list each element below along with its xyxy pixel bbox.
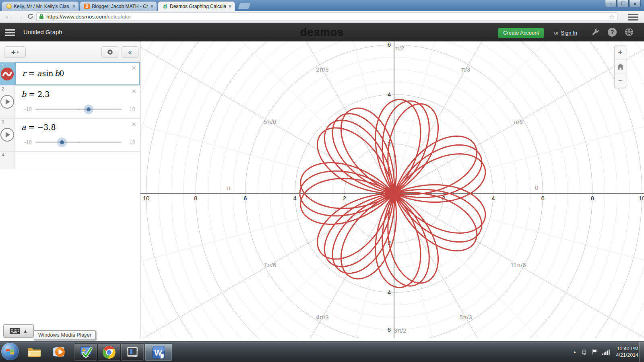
tray-expand-icon[interactable]: ▲ xyxy=(573,350,576,354)
home-icon xyxy=(617,64,624,70)
tab-blogger[interactable]: B Blogger: Jacob MATH - Cr × xyxy=(80,1,157,11)
polar-angle-label: 5π/3 xyxy=(459,314,472,321)
slider-handle[interactable] xyxy=(57,138,67,147)
action-center-flag-icon[interactable] xyxy=(592,349,598,355)
expression-input[interactable]: a = −3.8 × -10 10 xyxy=(15,119,140,151)
show-keyboard-button[interactable]: ▲ xyxy=(3,324,34,337)
play-slider-button[interactable] xyxy=(0,95,14,109)
taskbar-display-app-button[interactable] xyxy=(121,343,144,361)
expression-toolbar: + ▾ « xyxy=(0,41,140,62)
polar-angle-label: 2π/3 xyxy=(316,66,328,73)
wrench-icon xyxy=(591,28,600,37)
tab-close-icon[interactable]: × xyxy=(228,4,232,9)
sign-in-link[interactable]: Sign In xyxy=(561,30,577,36)
tab-kelly[interactable]: Kelly, Mr / Mr. Kelly's Clas × xyxy=(2,1,79,11)
new-tab-button[interactable] xyxy=(238,3,251,9)
expression-row-4[interactable]: 4 xyxy=(0,152,140,169)
slider-min-label[interactable]: -10 xyxy=(19,139,32,145)
polar-gridline-ray xyxy=(394,193,610,338)
window-controls: – × xyxy=(605,0,641,7)
bookmark-star-icon[interactable]: ☆ xyxy=(609,14,615,20)
expression-input[interactable]: b = 2.3 × -10 10 xyxy=(15,86,140,118)
axis-tick-label: 6 xyxy=(541,195,544,202)
polar-angle-label: 11π/6 xyxy=(510,261,526,268)
media-player-icon xyxy=(52,345,67,359)
tab-close-icon[interactable]: × xyxy=(72,4,76,9)
polar-graph[interactable]: 2244668810102244660π/6π/3π/22π/35π/6π7π/… xyxy=(140,41,644,338)
minimize-button[interactable]: – xyxy=(605,0,617,7)
axis-tick-label: 8 xyxy=(591,195,594,202)
globe-icon xyxy=(625,28,634,37)
axis-tick-label: 2 xyxy=(343,195,346,202)
axis-tick-label: 4 xyxy=(388,91,391,98)
start-button[interactable] xyxy=(1,343,19,360)
tab-title: Desmos Graphing Calcula xyxy=(170,4,226,9)
zoom-home-button[interactable] xyxy=(615,59,626,73)
taskbar-chrome-button[interactable] xyxy=(97,343,121,361)
slider-zero-mark xyxy=(78,142,79,143)
show-desktop-button[interactable] xyxy=(639,341,644,362)
graph-settings-button[interactable] xyxy=(101,46,118,58)
slider-min-label[interactable]: -10 xyxy=(19,106,32,112)
graph-paper[interactable]: 2244668810102244660π/6π/3π/22π/35π/6π7π/… xyxy=(140,41,644,338)
taskbar-antivirus-button[interactable] xyxy=(74,343,97,361)
network-signal-icon[interactable] xyxy=(602,349,610,355)
row-number: 2 xyxy=(2,86,4,91)
taskbar-explorer-button[interactable] xyxy=(24,343,45,360)
clock-time: 10:40 PM xyxy=(616,346,638,352)
browser-menu-button[interactable] xyxy=(628,14,638,21)
delete-expression-icon[interactable]: × xyxy=(132,87,136,95)
address-bar[interactable]: https://www.desmos.com/calculator ☆ xyxy=(36,12,617,21)
add-expression-button[interactable]: + ▾ xyxy=(4,46,26,58)
expression-input[interactable]: r = asinbθ × xyxy=(15,62,140,85)
expression-panel: + ▾ « 1 r = asinbθ xyxy=(0,41,140,338)
axis-tick-label: 6 xyxy=(388,326,391,333)
collapse-panel-button[interactable]: « xyxy=(122,46,138,58)
polar-angle-label: 4π/3 xyxy=(316,314,328,321)
create-account-button[interactable]: Create Account xyxy=(498,28,544,38)
forward-button[interactable]: → xyxy=(14,12,24,21)
expression-row-3[interactable]: 3 a = −3.8 × -10 10 xyxy=(0,119,140,152)
close-button[interactable]: × xyxy=(629,0,641,7)
taskbar-wmp-button[interactable] xyxy=(49,343,70,360)
windows-flag-icon xyxy=(6,347,14,356)
expression-row-1[interactable]: 1 r = asinbθ × xyxy=(0,62,140,86)
equation-text: r = asinbθ xyxy=(22,69,64,78)
expression-row-2[interactable]: 2 b = 2.3 × -10 10 xyxy=(0,86,140,119)
taskbar-word-button[interactable]: W xyxy=(145,343,172,361)
expression-gutter[interactable]: 2 xyxy=(0,86,15,118)
power-plug-icon[interactable] xyxy=(581,349,587,356)
axis-tick-label: 4 xyxy=(491,195,495,202)
browser-toolbar: ← → https://www.desmos.com/calculator ☆ xyxy=(0,11,644,23)
help-button[interactable]: ? xyxy=(608,28,617,37)
axis-tick-label: 4 xyxy=(293,195,296,202)
zoom-out-button[interactable]: − xyxy=(615,74,626,88)
https-padlock-icon xyxy=(39,14,44,20)
back-button[interactable]: ← xyxy=(3,12,14,21)
restore-button[interactable] xyxy=(617,0,629,7)
slider-handle[interactable] xyxy=(84,105,93,114)
slider-track[interactable] xyxy=(35,142,122,143)
language-globe-button[interactable] xyxy=(625,28,634,37)
zoom-in-button[interactable]: + xyxy=(615,45,626,59)
restore-icon xyxy=(621,2,625,5)
refresh-button[interactable] xyxy=(25,12,35,21)
expression-gutter[interactable]: 1 xyxy=(0,62,15,85)
settings-wrench-button[interactable] xyxy=(591,28,600,37)
expression-input[interactable] xyxy=(15,152,140,169)
slider-max-label[interactable]: 10 xyxy=(130,139,135,145)
polar-angle-label: 5π/6 xyxy=(264,118,276,125)
polar-gridline-ray xyxy=(140,41,394,193)
play-slider-button[interactable] xyxy=(0,128,14,142)
expression-gutter[interactable]: 3 xyxy=(0,119,15,151)
delete-expression-icon[interactable]: × xyxy=(132,120,136,128)
taskbar-clock[interactable]: 10:40 PM 4/21/2014 xyxy=(616,346,638,358)
tab-close-icon[interactable]: × xyxy=(150,4,154,9)
curve-color-icon[interactable] xyxy=(0,67,14,81)
slider-max-label[interactable]: 10 xyxy=(130,106,135,112)
tab-desmos[interactable]: d Desmos Graphing Calcula × xyxy=(158,1,235,11)
delete-expression-icon[interactable]: × xyxy=(132,64,136,72)
polar-gridline-ray xyxy=(394,41,610,193)
slider-track[interactable] xyxy=(35,109,122,110)
chrome-icon xyxy=(102,346,116,359)
